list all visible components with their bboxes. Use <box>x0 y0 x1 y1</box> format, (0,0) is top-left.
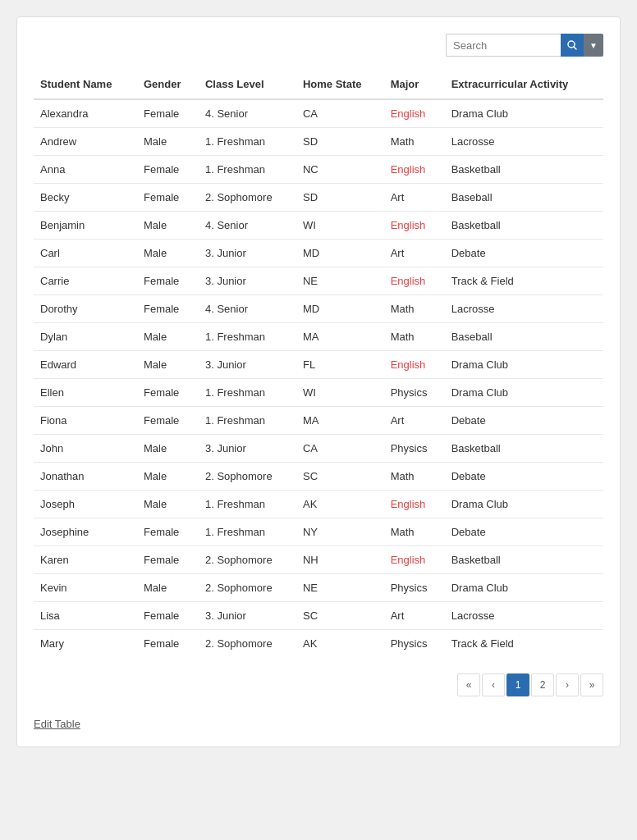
table-header: Student Name Gender Class Level Home Sta… <box>34 70 603 99</box>
table-cell: Jonathan <box>34 463 137 491</box>
table-cell: 1. Freshman <box>199 518 296 546</box>
table-row: KevinMale2. SophomoreNEPhysicsDrama Club <box>34 574 603 602</box>
table-cell: Anna <box>34 156 137 184</box>
table-cell: SC <box>296 602 384 630</box>
table-cell: Joseph <box>34 491 137 518</box>
table-cell: Physics <box>384 630 445 658</box>
table-cell: 1. Freshman <box>199 407 296 435</box>
table-cell: 2. Sophomore <box>199 574 296 602</box>
table-cell: Physics <box>384 435 445 463</box>
table-cell: Female <box>137 184 199 212</box>
table-cell: 1. Freshman <box>199 491 296 518</box>
table-cell: NY <box>296 518 384 546</box>
col-header-name: Student Name <box>34 70 137 99</box>
search-button[interactable] <box>561 34 584 57</box>
table-cell: Art <box>384 240 445 267</box>
table-cell: English <box>384 212 445 240</box>
table-cell: Male <box>137 435 199 463</box>
table-cell: Drama Club <box>445 99 603 128</box>
table-cell: Debate <box>445 240 603 267</box>
table-cell: AK <box>296 491 384 518</box>
page-first-button[interactable]: « <box>457 673 480 696</box>
table-cell: English <box>384 491 445 518</box>
table-cell: Female <box>137 379 199 407</box>
edit-table-link[interactable]: Edit Table <box>34 718 80 730</box>
table-cell: SC <box>296 463 384 491</box>
table-cell: 1. Freshman <box>199 323 296 351</box>
page-2-button[interactable]: 2 <box>531 673 554 696</box>
chevron-down-icon: ▼ <box>589 41 598 50</box>
table-cell: FL <box>296 351 384 379</box>
table-cell: 1. Freshman <box>199 156 296 184</box>
table-cell: MA <box>296 323 384 351</box>
table-cell: Drama Club <box>445 491 603 518</box>
table-cell: Fiona <box>34 407 137 435</box>
table-cell: Lacrosse <box>445 128 603 156</box>
table-row: JohnMale3. JuniorCAPhysicsBasketball <box>34 435 603 463</box>
table-row: EdwardMale3. JuniorFLEnglishDrama Club <box>34 351 603 379</box>
table-cell: CA <box>296 99 384 128</box>
page-prev-button[interactable]: ‹ <box>482 673 505 696</box>
table-cell: Andrew <box>34 128 137 156</box>
table-cell: MD <box>296 240 384 267</box>
table-cell: Male <box>137 351 199 379</box>
table-cell: AK <box>296 630 384 658</box>
table-cell: Math <box>384 323 445 351</box>
table-cell: Female <box>137 407 199 435</box>
table-cell: SD <box>296 184 384 212</box>
table-cell: WI <box>296 379 384 407</box>
table-cell: MD <box>296 295 384 323</box>
table-cell: Basketball <box>445 212 603 240</box>
table-cell: 3. Junior <box>199 267 296 295</box>
table-cell: Ellen <box>34 379 137 407</box>
page-last-button[interactable]: » <box>580 673 603 696</box>
table-cell: Debate <box>445 518 603 546</box>
table-row: JonathanMale2. SophomoreSCMathDebate <box>34 463 603 491</box>
table-cell: NE <box>296 267 384 295</box>
col-header-gender: Gender <box>137 70 199 99</box>
page-next-button[interactable]: › <box>556 673 579 696</box>
table-cell: 3. Junior <box>199 435 296 463</box>
table-cell: Baseball <box>445 184 603 212</box>
table-row: KarenFemale2. SophomoreNHEnglishBasketba… <box>34 546 603 574</box>
table-cell: Math <box>384 295 445 323</box>
table-cell: NC <box>296 156 384 184</box>
table-cell: Math <box>384 128 445 156</box>
col-header-activity: Extracurricular Activity <box>445 70 603 99</box>
table-cell: 2. Sophomore <box>199 546 296 574</box>
svg-line-1 <box>574 47 576 49</box>
table-cell: SD <box>296 128 384 156</box>
table-cell: English <box>384 99 445 128</box>
dropdown-button[interactable]: ▼ <box>584 34 603 57</box>
toolbar: ▼ <box>34 34 603 57</box>
table-cell: Karen <box>34 546 137 574</box>
table-cell: Male <box>137 574 199 602</box>
table-cell: CA <box>296 435 384 463</box>
table-row: AnnaFemale1. FreshmanNCEnglishBasketball <box>34 156 603 184</box>
table-cell: English <box>384 156 445 184</box>
header-row: Student Name Gender Class Level Home Sta… <box>34 70 603 99</box>
table-row: BenjaminMale4. SeniorWIEnglishBasketball <box>34 212 603 240</box>
table-cell: Drama Club <box>445 351 603 379</box>
col-header-class: Class Level <box>199 70 296 99</box>
table-row: DorothyFemale4. SeniorMDMathLacrosse <box>34 295 603 323</box>
search-input[interactable] <box>446 34 561 57</box>
table-cell: Drama Club <box>445 379 603 407</box>
table-cell: Edward <box>34 351 137 379</box>
table-cell: Mary <box>34 630 137 658</box>
table-cell: Male <box>137 128 199 156</box>
table-cell: Lacrosse <box>445 295 603 323</box>
table-cell: Female <box>137 295 199 323</box>
table-row: JosephineFemale1. FreshmanNYMathDebate <box>34 518 603 546</box>
search-icon <box>567 40 577 50</box>
table-cell: 3. Junior <box>199 602 296 630</box>
table-row: BeckyFemale2. SophomoreSDArtBaseball <box>34 184 603 212</box>
table-cell: Basketball <box>445 156 603 184</box>
table-cell: NE <box>296 574 384 602</box>
page-1-button[interactable]: 1 <box>506 673 529 696</box>
table-row: JosephMale1. FreshmanAKEnglishDrama Club <box>34 491 603 518</box>
table-cell: 3. Junior <box>199 351 296 379</box>
footer: Edit Table <box>34 696 603 730</box>
table-cell: Baseball <box>445 323 603 351</box>
table-row: LisaFemale3. JuniorSCArtLacrosse <box>34 602 603 630</box>
